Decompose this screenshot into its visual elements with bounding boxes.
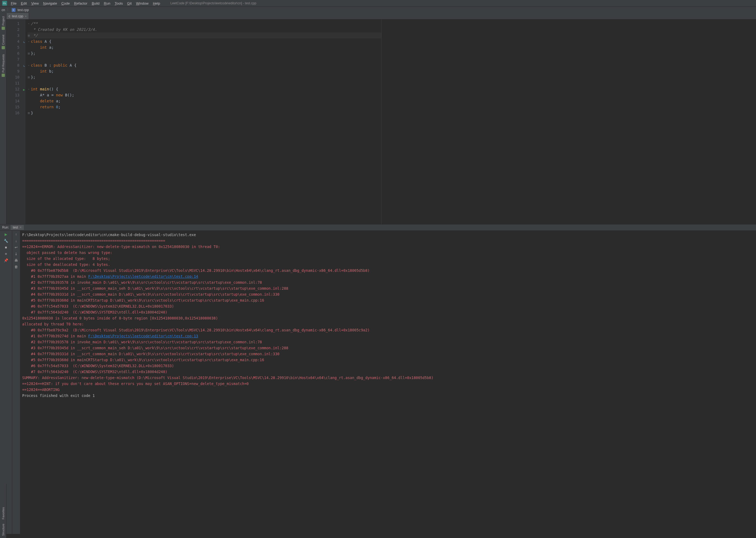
breadcrumb: cn 〉 c test.cpp [0,7,756,13]
override-gutter-icon[interactable]: ↳ [21,63,25,67]
editor-pane-left[interactable]: 1234↳5678↳9101112▶13141516 -/** * Create… [7,20,382,224]
soft-wrap-icon[interactable]: ↩ [14,245,19,250]
cpp-file-icon: c [12,8,16,12]
menu-view[interactable]: View [29,1,41,5]
run-label: Run: [2,226,9,229]
trash-icon[interactable]: 🗑 [14,264,19,269]
pin-icon[interactable]: 📌 [4,258,8,263]
stop-icon[interactable]: ■ [4,245,8,250]
left-tool-strip: ProjectCommitPull Requests [0,13,7,224]
menu-build[interactable]: Build [90,1,102,5]
scroll-end-icon[interactable]: ⤓ [14,251,19,256]
editor-tabs: c test.cpp × [7,13,756,20]
menu-run[interactable]: Run [102,1,113,5]
ide-logo-icon: CL [2,1,7,6]
file-link[interactable]: F:\Desktop\Projects\leetcode\editor\cn\t… [88,334,198,338]
cpp-file-icon: c [9,14,10,18]
breadcrumb-root[interactable]: cn [2,8,5,12]
menu-help[interactable]: Help [151,1,162,5]
editor-code[interactable]: -/** * Created by KK on 2021/3/4.≡ */-cl… [25,20,381,224]
run-gutter-icon[interactable]: ▶ [21,87,25,91]
menu-file[interactable]: File [9,1,19,5]
run-tab[interactable]: test × [11,225,24,230]
menu-bar: CL FileEditViewNavigateCodeRefactorBuild… [0,0,756,7]
breadcrumb-file[interactable]: test.cpp [18,8,29,12]
down-icon[interactable]: ↓ [14,238,19,243]
override-gutter-icon[interactable]: ↳ [21,39,25,43]
up-icon[interactable]: ↑ [14,232,19,237]
menu-refactor[interactable]: Refactor [72,1,90,5]
menu-window[interactable]: Window [134,1,151,5]
close-icon[interactable]: × [25,15,26,18]
run-tab-label: test [13,226,18,229]
tool-tab-favorites[interactable]: Favorites [1,505,5,521]
run-action-gutter-2: ↑ ↓ ↩ ⤓ 🖶 🗑 [12,231,20,534]
tool-tab-project[interactable]: Project [1,14,5,32]
settings-icon[interactable]: 🔧 [4,238,8,243]
editor-tab-label: test.cpp [12,14,23,18]
editor-gutter[interactable]: 1234↳5678↳9101112▶13141516 [7,20,25,224]
dump-icon[interactable]: ≡ [4,251,8,256]
file-link[interactable]: F:\Desktop\Projects\leetcode\editor\cn\t… [88,274,198,279]
menu-tools[interactable]: Tools [113,1,125,5]
rerun-icon[interactable]: ▶ [4,232,8,237]
menu-code[interactable]: Code [59,1,72,5]
chevron-right-icon: 〉 [7,8,10,12]
window-title: LeetCode [F:\Desktop\Projects\leetcode\e… [170,1,257,5]
menu-git[interactable]: Git [125,1,134,5]
editor-tab-test[interactable]: c test.cpp × [7,13,29,19]
close-icon[interactable]: × [20,226,22,229]
editor-pane-right[interactable] [382,20,756,224]
run-console[interactable]: F:\Desktop\Projects\leetcode\editor\cn\c… [20,231,756,534]
print-icon[interactable]: 🖶 [14,258,19,263]
left-tool-strip-bottom: StructureFavorites [0,484,7,538]
menu-edit[interactable]: Edit [19,1,29,5]
tool-tab-pull-requests[interactable]: Pull Requests [1,52,5,79]
tool-tab-structure[interactable]: Structure [1,521,5,538]
menu-navigate[interactable]: Navigate [41,1,59,5]
run-tool-header: Run: test × [0,224,756,231]
tool-tab-commit[interactable]: Commit [1,32,5,51]
